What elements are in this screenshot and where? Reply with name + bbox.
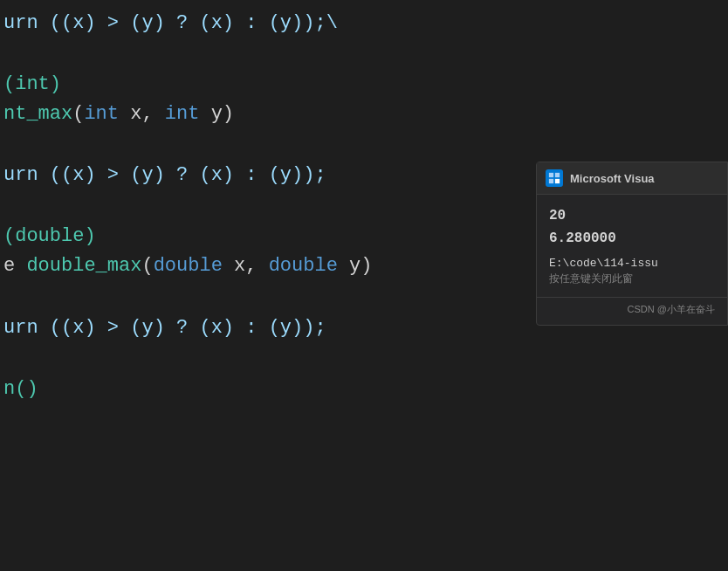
code-line-2: (int) [0, 70, 728, 100]
popup-titlebar: Microsoft Visua [537, 162, 727, 195]
svg-rect-2 [549, 179, 553, 183]
popup-output-pi: 6.280000 [549, 228, 715, 251]
code-editor: urn ((x) > (y) ? (x) : (y));\ (int) nt_m… [0, 0, 728, 571]
popup-body: 20 6.280000 E:\code\114-issu 按任意键关闭此窗 [537, 195, 727, 297]
code-line-3: nt_max(int x, int y) [0, 100, 728, 129]
svg-rect-3 [555, 179, 560, 183]
code-line-8: n() [0, 375, 728, 404]
popup-output-20: 20 [549, 205, 715, 228]
vs-console-popup: Microsoft Visua 20 6.280000 E:\code\114-… [536, 162, 728, 326]
vs-icon [546, 169, 563, 187]
svg-rect-1 [555, 173, 560, 177]
vs-logo-svg [548, 172, 560, 184]
svg-rect-0 [549, 173, 553, 177]
popup-path: E:\code\114-issu [549, 257, 715, 270]
popup-hint: 按任意键关闭此窗 [549, 272, 715, 286]
code-line-1: urn ((x) > (y) ? (x) : (y));\ [0, 9, 728, 38]
popup-footer: CSDN @小羊在奋斗 [537, 297, 727, 325]
popup-title: Microsoft Visua [570, 172, 655, 185]
